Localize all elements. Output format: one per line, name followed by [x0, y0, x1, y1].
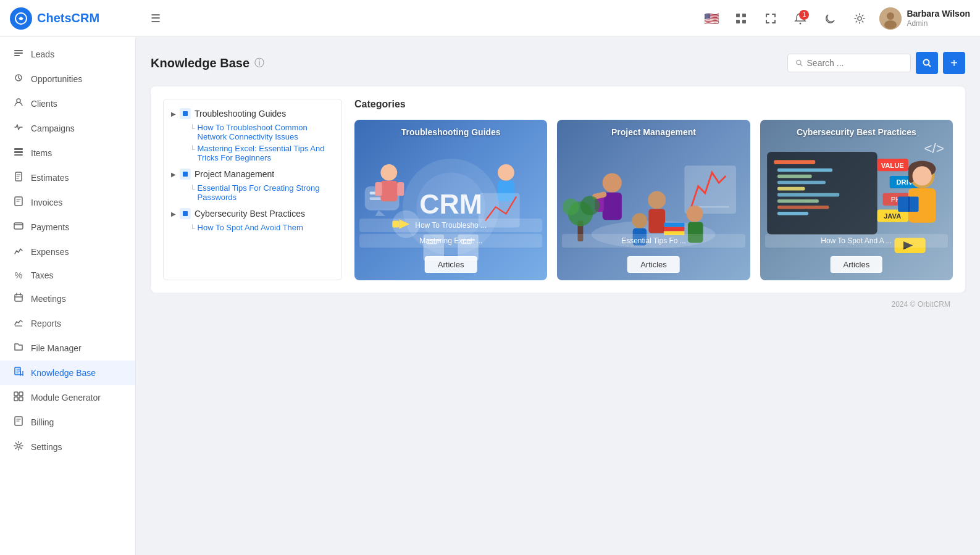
tree-category-header-cybersecurity[interactable]: ▶ Cybersecurity Best Practices — [171, 207, 334, 220]
billing-icon — [12, 416, 25, 428]
article-overlay-troubleshooting: How To Troublesho ... Mastering Excel: .… — [354, 219, 547, 249]
tree-panel: ▶ Troubleshooting Guides How To Troubles… — [163, 99, 342, 280]
info-icon[interactable]: ⓘ — [254, 57, 264, 70]
svg-line-61 — [595, 194, 605, 196]
sidebar-item-clients[interactable]: Clients — [0, 91, 135, 116]
tree-item-1[interactable]: Mastering Excel: Essential Tips And Tric… — [190, 144, 334, 162]
categories-panel: Categories Troubleshooting Guides — [354, 99, 953, 280]
tree-arrow-troubleshooting: ▶ — [171, 111, 176, 117]
sidebar-item-items[interactable]: Items — [0, 141, 135, 165]
sidebar-item-taxes[interactable]: % Taxes — [0, 264, 135, 286]
search-button-icon — [922, 58, 932, 68]
settings-icon[interactable] — [850, 9, 869, 28]
svg-rect-80 — [777, 187, 805, 191]
clients-icon — [12, 98, 25, 110]
category-card-title-troubleshooting: Troubleshooting Guides — [354, 127, 547, 137]
header-actions: 🇺🇸 1 — [701, 7, 970, 30]
category-card-troubleshooting[interactable]: Troubleshooting Guides CRM — [354, 120, 547, 280]
language-icon[interactable]: 🇺🇸 — [701, 9, 721, 28]
page-header: Knowledge Base ⓘ + — [151, 52, 965, 74]
sidebar-item-file-manager[interactable]: File Manager — [0, 336, 135, 361]
sidebar-item-reports[interactable]: Reports — [0, 311, 135, 336]
estimates-icon — [12, 172, 25, 184]
svg-point-14 — [17, 99, 20, 102]
svg-rect-20 — [14, 223, 23, 229]
logo-icon — [10, 7, 32, 30]
search-box-icon — [795, 59, 803, 67]
sidebar-item-knowledge-base[interactable]: Knowledge Base — [0, 361, 135, 385]
svg-point-9 — [884, 20, 897, 29]
sidebar-item-meetings[interactable]: Meetings — [0, 286, 135, 311]
menu-toggle-icon[interactable]: ☰ — [146, 9, 165, 28]
search-input[interactable] — [807, 58, 903, 68]
search-button[interactable] — [916, 52, 938, 74]
tree-category-header-project-management[interactable]: ▶ Project Management — [171, 167, 334, 181]
sidebar-label-clients: Clients — [31, 99, 57, 109]
svg-rect-63 — [649, 209, 666, 233]
page-title-area: Knowledge Base ⓘ — [151, 56, 264, 70]
notifications-icon[interactable]: 1 — [790, 9, 810, 28]
tree-cat-icon-pm — [180, 169, 191, 180]
sidebar-item-module-generator[interactable]: Module Generator — [0, 385, 135, 410]
svg-rect-24 — [19, 392, 23, 396]
sidebar-label-estimates: Estimates — [31, 173, 69, 183]
campaigns-icon — [12, 122, 25, 135]
leads-icon — [12, 48, 25, 61]
sidebar-item-leads[interactable]: Leads — [0, 42, 135, 67]
add-button[interactable]: + — [943, 52, 965, 74]
sidebar-label-payments: Payments — [31, 222, 69, 232]
apps-icon[interactable] — [731, 9, 751, 28]
logo[interactable]: ChetsCRM — [10, 7, 146, 30]
content-card: ▶ Troubleshooting Guides How To Troubles… — [151, 86, 965, 293]
snippet-cyber-1: How To Spot And A ... — [765, 234, 948, 248]
svg-rect-79 — [777, 181, 826, 185]
tree-category-project-management: ▶ Project Management Essential Tips For … — [171, 167, 334, 202]
tree-item-cyber-0[interactable]: How To Spot And Avoid Them — [190, 223, 334, 234]
sidebar-item-invoices[interactable]: Invoices — [0, 190, 135, 215]
tree-items-pm: Essential Tips For Creating Strong Passw… — [190, 183, 334, 202]
tree-cat-icon-cyber — [180, 208, 191, 219]
svg-rect-99 — [908, 196, 909, 212]
file-manager-icon — [12, 342, 25, 354]
sidebar-item-billing[interactable]: Billing — [0, 410, 135, 435]
fullscreen-icon[interactable] — [761, 9, 781, 28]
user-menu[interactable]: Barbara Wilson Admin — [879, 7, 970, 30]
articles-button-pm[interactable]: Articles — [627, 256, 680, 273]
tree-category-header-troubleshooting[interactable]: ▶ Troubleshooting Guides — [171, 107, 334, 120]
svg-point-44 — [498, 164, 514, 181]
payments-icon — [12, 221, 25, 233]
sidebar-label-knowledge-base: Knowledge Base — [31, 368, 96, 378]
svg-rect-21 — [15, 294, 22, 301]
svg-text:JAVA: JAVA — [884, 212, 901, 220]
category-card-cybersecurity[interactable]: Cybersecurity Best Practices — [760, 120, 953, 280]
items-icon — [12, 147, 25, 159]
articles-button-troubleshooting[interactable]: Articles — [425, 256, 477, 273]
tree-item-0[interactable]: How To Troubleshoot Common Network Conne… — [190, 123, 334, 141]
sidebar-label-meetings: Meetings — [31, 294, 66, 304]
avatar — [879, 7, 902, 30]
meetings-icon — [12, 293, 25, 305]
tree-category-cybersecurity: ▶ Cybersecurity Best Practices How To Sp… — [171, 207, 334, 234]
sidebar-label-taxes: Taxes — [31, 270, 54, 280]
sidebar-item-payments[interactable]: Payments — [0, 215, 135, 240]
svg-point-8 — [887, 12, 894, 20]
logo-text: ChetsCRM — [37, 11, 99, 25]
svg-point-6 — [858, 17, 861, 20]
article-overlay-cyber: How To Spot And A ... — [760, 234, 953, 249]
svg-rect-32 — [183, 172, 188, 177]
svg-rect-11 — [14, 52, 23, 54]
sidebar-item-campaigns[interactable]: Campaigns — [0, 116, 135, 141]
svg-rect-77 — [777, 169, 832, 172]
sidebar-item-estimates[interactable]: Estimates — [0, 165, 135, 190]
sidebar-item-opportunities[interactable]: Opportunities — [0, 67, 135, 91]
svg-point-96 — [912, 166, 931, 185]
category-card-project-management[interactable]: Project Management — [557, 120, 750, 280]
dark-mode-icon[interactable] — [820, 9, 840, 28]
svg-text:VALUE: VALUE — [881, 162, 903, 169]
sidebar-item-expenses[interactable]: Expenses — [0, 240, 135, 264]
tree-item-pm-0[interactable]: Essential Tips For Creating Strong Passw… — [190, 183, 334, 202]
sidebar-item-settings[interactable]: Settings — [0, 435, 135, 459]
svg-rect-26 — [19, 397, 23, 401]
tree-category-label-pm: Project Management — [195, 169, 274, 179]
articles-button-cybersecurity[interactable]: Articles — [831, 256, 883, 273]
